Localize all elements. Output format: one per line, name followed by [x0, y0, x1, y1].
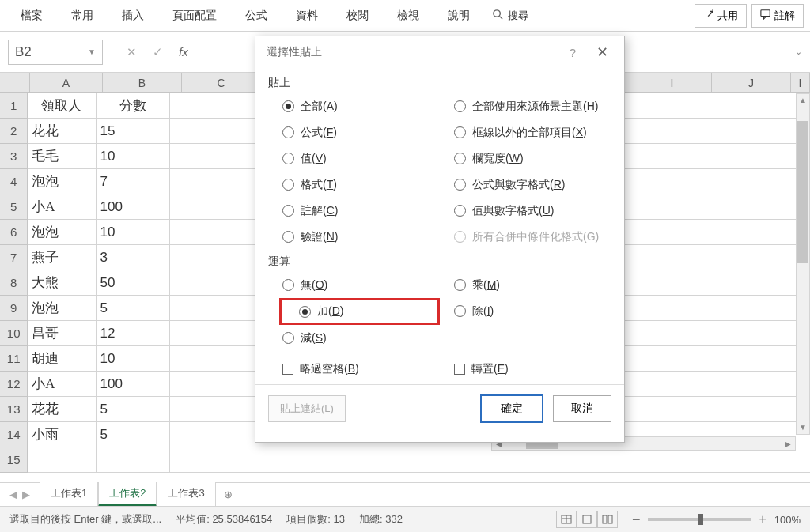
- ribbon-tab[interactable]: 常用: [57, 1, 108, 31]
- cell[interactable]: 15: [97, 119, 171, 144]
- cell[interactable]: [170, 119, 244, 144]
- chevron-left-icon[interactable]: ◀: [9, 489, 17, 500]
- operation-option-radio[interactable]: 減(S): [268, 325, 440, 351]
- cell[interactable]: 10: [97, 346, 171, 372]
- zoom-out-button[interactable]: −: [632, 511, 641, 528]
- paste-option-radio[interactable]: 值(V): [268, 145, 440, 172]
- cell[interactable]: 50: [97, 270, 171, 296]
- row-header[interactable]: 9: [0, 296, 28, 321]
- row-header[interactable]: 14: [0, 422, 28, 447]
- row-header[interactable]: 13: [0, 397, 28, 422]
- operation-option-radio[interactable]: 加(D): [285, 299, 343, 325]
- cell[interactable]: 100: [97, 194, 171, 220]
- cell[interactable]: 毛毛: [28, 144, 96, 169]
- paste-option-radio[interactable]: 全部使用來源佈景主題(H): [440, 93, 611, 119]
- row-header[interactable]: 11: [0, 346, 28, 372]
- column-header[interactable]: I: [633, 73, 712, 93]
- cell[interactable]: [244, 447, 810, 473]
- cell[interactable]: [170, 447, 244, 473]
- close-icon[interactable]: ✕: [592, 43, 613, 61]
- row-header[interactable]: 4: [0, 169, 28, 194]
- cell[interactable]: 小A: [28, 372, 96, 397]
- ribbon-tab[interactable]: 校閱: [332, 1, 383, 31]
- cell[interactable]: 5: [97, 397, 171, 422]
- paste-option-radio[interactable]: 公式與數字格式(R): [440, 172, 611, 198]
- cell[interactable]: [170, 422, 244, 447]
- row-header[interactable]: 2: [0, 119, 28, 144]
- select-all-cell[interactable]: [0, 73, 30, 93]
- zoom-level[interactable]: 100%: [774, 514, 801, 526]
- cell[interactable]: [170, 346, 244, 372]
- page-layout-view-button[interactable]: [577, 511, 597, 528]
- cell[interactable]: 10: [97, 144, 171, 169]
- row-header[interactable]: 5: [0, 194, 28, 220]
- cell[interactable]: [170, 194, 244, 220]
- cell[interactable]: 分數: [97, 93, 171, 119]
- cell[interactable]: 小雨: [28, 422, 96, 447]
- cell[interactable]: 小A: [28, 194, 96, 220]
- paste-option-radio[interactable]: 框線以外的全部項目(X): [440, 119, 611, 145]
- add-sheet-button[interactable]: ⊕: [216, 485, 240, 504]
- row-header[interactable]: 6: [0, 220, 28, 245]
- cell[interactable]: 花花: [28, 397, 96, 422]
- comment-button[interactable]: 註解: [751, 4, 804, 28]
- cell[interactable]: 3: [97, 245, 171, 270]
- paste-option-radio[interactable]: 驗證(N): [268, 224, 440, 250]
- cell[interactable]: 花花: [28, 119, 96, 144]
- cancel-icon[interactable]: ✕: [127, 45, 137, 59]
- cell[interactable]: 泡泡: [28, 296, 96, 321]
- vertical-scrollbar[interactable]: ▲▼: [796, 93, 810, 435]
- column-header[interactable]: C: [182, 73, 261, 93]
- ribbon-tab[interactable]: 公式: [231, 1, 282, 31]
- paste-option-radio[interactable]: 格式(T): [268, 172, 440, 198]
- cell[interactable]: [170, 321, 244, 346]
- sheet-tab[interactable]: 工作表3: [157, 482, 215, 507]
- skip-blanks-checkbox[interactable]: 略過空格(B): [268, 362, 440, 376]
- paste-option-radio[interactable]: 公式(F): [268, 119, 440, 145]
- collapse-formula-icon[interactable]: ⌄: [795, 47, 802, 57]
- row-header[interactable]: 7: [0, 245, 28, 270]
- column-header[interactable]: A: [30, 73, 103, 93]
- zoom-slider[interactable]: [648, 518, 751, 521]
- operation-option-radio[interactable]: 無(O): [268, 272, 440, 298]
- paste-option-radio[interactable]: 欄寬度(W): [440, 145, 611, 172]
- zoom-in-button[interactable]: +: [759, 512, 766, 526]
- ribbon-tab[interactable]: 頁面配置: [158, 1, 231, 31]
- cell[interactable]: [170, 93, 244, 119]
- cell[interactable]: [170, 169, 244, 194]
- cell[interactable]: [170, 372, 244, 397]
- ribbon-tab[interactable]: 說明: [433, 1, 484, 31]
- column-header[interactable]: B: [103, 73, 182, 93]
- check-icon[interactable]: ✓: [153, 45, 163, 59]
- cancel-button[interactable]: 取消: [553, 395, 611, 422]
- cell[interactable]: 10: [97, 220, 171, 245]
- cell[interactable]: 12: [97, 321, 171, 346]
- cell[interactable]: 領取人: [28, 93, 96, 119]
- cell[interactable]: 100: [97, 372, 171, 397]
- ribbon-tab[interactable]: 檢視: [383, 1, 433, 31]
- ribbon-tab[interactable]: 檔案: [6, 1, 57, 31]
- row-header[interactable]: 10: [0, 321, 28, 346]
- cell[interactable]: [170, 220, 244, 245]
- sheet-tab[interactable]: 工作表2: [98, 482, 157, 507]
- fx-label[interactable]: fx: [179, 45, 188, 58]
- row-header[interactable]: 8: [0, 270, 28, 296]
- operation-option-radio[interactable]: 乘(M): [440, 272, 611, 298]
- chevron-right-icon[interactable]: ▶: [22, 489, 30, 500]
- sheet-nav[interactable]: ◀▶: [0, 489, 40, 500]
- paste-link-button[interactable]: 貼上連結(L): [268, 395, 346, 422]
- paste-option-radio[interactable]: 全部(A): [268, 93, 440, 119]
- cell[interactable]: 5: [97, 296, 171, 321]
- cell[interactable]: 胡迪: [28, 346, 96, 372]
- share-button[interactable]: 共用: [695, 4, 747, 28]
- row-header[interactable]: 1: [0, 93, 28, 119]
- cell[interactable]: 昌哥: [28, 321, 96, 346]
- row-header[interactable]: 3: [0, 144, 28, 169]
- row-header[interactable]: 15: [0, 447, 28, 473]
- ribbon-tab[interactable]: 插入: [108, 1, 158, 31]
- column-header[interactable]: J: [712, 73, 791, 93]
- cell[interactable]: 7: [97, 169, 171, 194]
- chevron-down-icon[interactable]: ▼: [88, 47, 96, 56]
- cell[interactable]: [28, 447, 96, 473]
- cell[interactable]: [97, 447, 171, 473]
